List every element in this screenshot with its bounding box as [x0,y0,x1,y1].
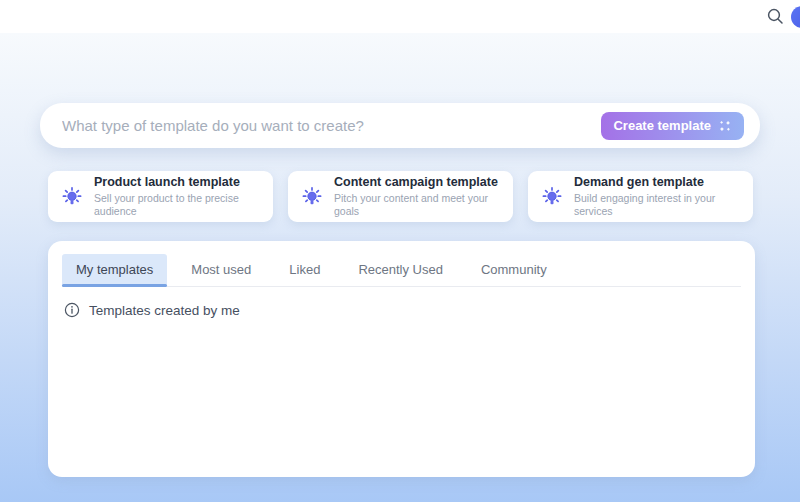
card-title: Product launch template [94,175,265,191]
create-template-button[interactable]: Create template [601,112,744,140]
tab-most-used[interactable]: Most used [177,254,265,286]
card-title: Demand gen template [574,175,745,191]
templates-tabs: My templates Most used Liked Recently Us… [62,254,741,287]
card-title: Content campaign template [334,175,505,191]
template-prompt-input[interactable] [40,103,601,148]
card-product-launch-template[interactable]: Product launch template Sell your produc… [48,171,273,222]
template-prompt-bar: Create template [40,103,760,148]
card-subtitle: Pitch your content and meet your goals [334,192,505,218]
card-subtitle: Sell your product to the precise audienc… [94,192,265,218]
lightbulb-icon [300,185,324,209]
tab-my-templates[interactable]: My templates [62,254,167,286]
card-content-campaign-template[interactable]: Content campaign template Pitch your con… [288,171,513,222]
search-icon[interactable] [766,7,784,25]
tab-recently-used[interactable]: Recently Used [344,254,457,286]
lightbulb-icon [60,185,84,209]
top-bar [0,0,800,33]
empty-state-row: Templates created by me [64,302,739,318]
suggestion-cards-row: Product launch template Sell your produc… [48,171,753,222]
avatar[interactable] [791,6,800,28]
tab-liked[interactable]: Liked [275,254,334,286]
card-demand-gen-template[interactable]: Demand gen template Build engaging inter… [528,171,753,222]
create-template-label: Create template [613,118,711,133]
templates-panel: My templates Most used Liked Recently Us… [48,241,755,477]
lightbulb-icon [540,185,564,209]
tab-community[interactable]: Community [467,254,561,286]
card-subtitle: Build engaging interest in your services [574,192,745,218]
empty-state-label: Templates created by me [89,303,240,318]
sparkles-icon [718,119,732,133]
info-icon [64,302,80,318]
page-background: Create template [0,33,800,502]
